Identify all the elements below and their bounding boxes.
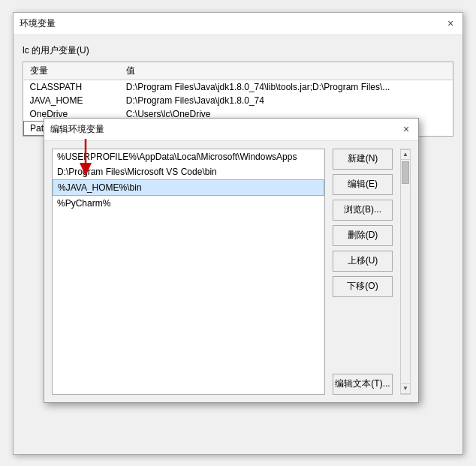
user-section-label: lc 的用户变量(U) <box>23 44 453 57</box>
inner-dialog-title: 编辑环境变量 <box>50 123 104 136</box>
col-header-val: 值 <box>120 62 453 80</box>
scroll-thumb[interactable] <box>402 161 409 184</box>
path-item-2[interactable]: D:\Program Files\Microsoft VS Code\bin <box>53 164 324 179</box>
inner-env-dialog: 编辑环境变量 × %USERPROFILE%\AppData\Local\Mic… <box>44 118 419 403</box>
var-name: CLASSPATH <box>24 80 120 94</box>
move-up-button[interactable]: 上移(U) <box>333 251 393 272</box>
path-list[interactable]: %USERPROFILE%\AppData\Local\Microsoft\Wi… <box>52 149 325 395</box>
path-item-3[interactable]: %JAVA_HOME%\bin <box>53 179 324 196</box>
inner-close-button[interactable]: × <box>400 123 412 135</box>
path-item-1[interactable]: %USERPROFILE%\AppData\Local\Microsoft\Wi… <box>53 149 324 164</box>
col-header-var: 变量 <box>24 62 120 80</box>
path-item-4[interactable]: %PyCharm% <box>53 196 324 211</box>
new-button[interactable]: 新建(N) <box>333 149 393 170</box>
delete-button[interactable]: 删除(D) <box>333 225 393 246</box>
var-name: JAVA_HOME <box>24 94 120 107</box>
action-buttons: 新建(N) 编辑(E) 浏览(B)... 删除(D) 上移(U) 下移(O) 编… <box>333 149 393 395</box>
scroll-up-arrow[interactable]: ▲ <box>400 149 411 160</box>
scrollbar[interactable]: ▲ ▼ <box>400 149 411 395</box>
outer-close-button[interactable]: × <box>444 17 456 29</box>
inner-dialog-body: %USERPROFILE%\AppData\Local\Microsoft\Wi… <box>44 141 418 402</box>
edit-text-button[interactable]: 编辑文本(T)... <box>333 374 393 395</box>
outer-env-dialog: 环境变量 × lc 的用户变量(U) 变量 值 CLASSPATH D:\Pro… <box>13 12 463 455</box>
browse-button[interactable]: 浏览(B)... <box>333 200 393 221</box>
scroll-down-arrow[interactable]: ▼ <box>400 383 411 394</box>
var-value: D:\Program Files\Java\jdk1.8.0_74\lib\to… <box>120 80 453 94</box>
inner-title-bar: 编辑环境变量 × <box>44 119 418 141</box>
var-value: D:\Program Files\Java\jdk1.8.0_74 <box>120 94 453 107</box>
edit-button[interactable]: 编辑(E) <box>333 174 393 195</box>
outer-dialog-title: 环境变量 <box>20 17 56 30</box>
outer-title-bar: 环境变量 × <box>14 13 462 35</box>
table-row[interactable]: JAVA_HOME D:\Program Files\Java\jdk1.8.0… <box>24 94 453 107</box>
move-down-button[interactable]: 下移(O) <box>333 276 393 297</box>
table-row[interactable]: CLASSPATH D:\Program Files\Java\jdk1.8.0… <box>24 80 453 94</box>
